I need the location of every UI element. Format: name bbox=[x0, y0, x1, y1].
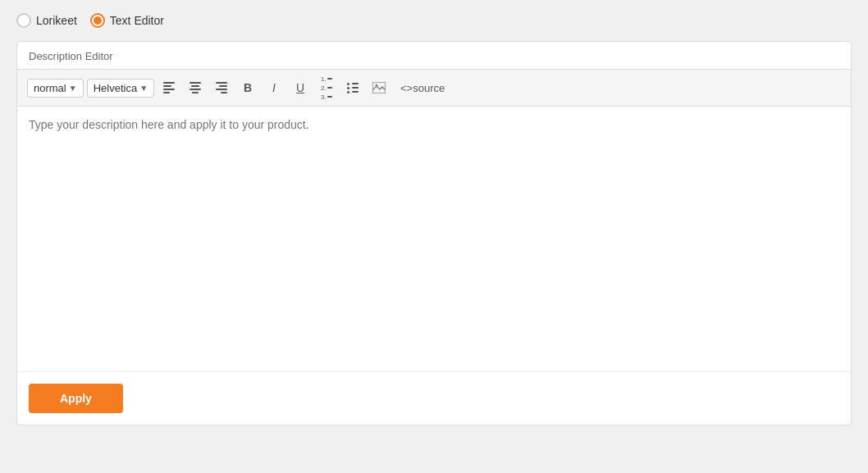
align-left-icon bbox=[163, 82, 175, 93]
font-select-arrow: ▼ bbox=[139, 84, 148, 93]
text-editor-radio-label: Text Editor bbox=[110, 14, 164, 27]
image-icon bbox=[372, 82, 386, 93]
source-button[interactable]: <>source bbox=[394, 80, 451, 97]
unordered-list-button[interactable] bbox=[341, 76, 364, 99]
format-select[interactable]: normal ▼ bbox=[27, 79, 84, 98]
ordered-list-icon: 1. 2. 3. bbox=[321, 75, 332, 101]
font-select-value: Helvetica bbox=[94, 82, 137, 94]
align-right-button[interactable] bbox=[210, 76, 233, 99]
lorikeet-radio-label: Lorikeet bbox=[36, 14, 77, 27]
editor-section-label: Description Editor bbox=[17, 42, 851, 69]
text-editor-radio-option[interactable]: Text Editor bbox=[90, 13, 164, 28]
toolbar: normal ▼ Helvetica ▼ bbox=[17, 69, 851, 107]
lorikeet-radio-circle bbox=[16, 13, 31, 28]
align-right-icon bbox=[216, 82, 227, 93]
italic-button[interactable]: I bbox=[263, 76, 286, 99]
apply-button[interactable]: Apply bbox=[29, 384, 123, 413]
main-container: Lorikeet Text Editor Description Editor … bbox=[16, 8, 852, 425]
format-select-value: normal bbox=[34, 82, 66, 94]
image-button[interactable] bbox=[368, 76, 391, 99]
underline-button[interactable]: U bbox=[289, 76, 312, 99]
align-left-button[interactable] bbox=[158, 76, 180, 99]
editor-container: Description Editor normal ▼ Helvetica ▼ bbox=[16, 41, 852, 425]
editor-footer: Apply bbox=[17, 371, 851, 425]
font-select[interactable]: Helvetica ▼ bbox=[87, 79, 154, 98]
unordered-list-icon bbox=[347, 83, 359, 93]
align-center-button[interactable] bbox=[184, 76, 207, 99]
format-select-arrow: ▼ bbox=[69, 84, 77, 93]
ordered-list-button[interactable]: 1. 2. 3. bbox=[315, 76, 338, 99]
bold-button[interactable]: B bbox=[236, 76, 259, 99]
lorikeet-radio-option[interactable]: Lorikeet bbox=[16, 13, 77, 28]
text-editor-radio-circle bbox=[90, 13, 105, 28]
radio-group: Lorikeet Text Editor bbox=[16, 8, 852, 33]
description-textarea[interactable] bbox=[17, 107, 851, 369]
align-center-icon bbox=[190, 82, 201, 93]
